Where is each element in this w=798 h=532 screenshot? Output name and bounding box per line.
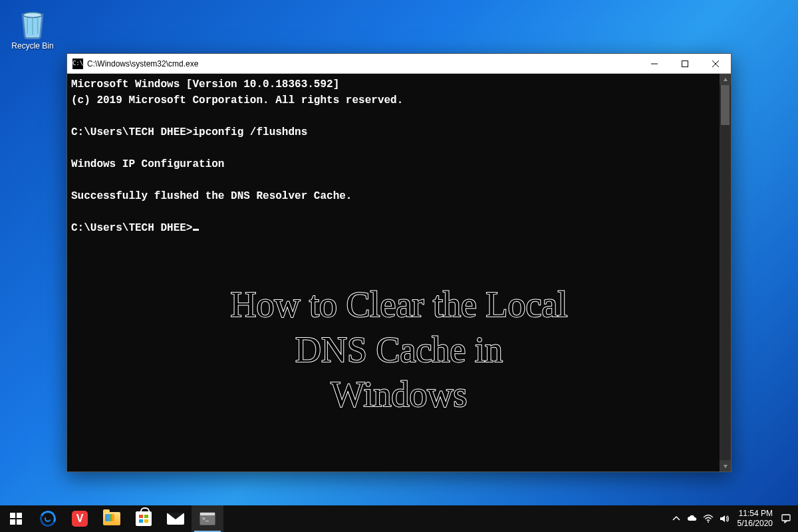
terminal-line: Windows IP Configuration <box>71 158 224 170</box>
clock-date: 5/16/2020 <box>737 519 773 529</box>
window-title: C:\Windows\system32\cmd.exe <box>87 59 198 68</box>
recycle-bin-label: Recycle Bin <box>7 41 59 51</box>
recycle-bin-icon <box>16 7 49 40</box>
svg-point-6 <box>708 521 709 523</box>
store-icon <box>136 511 152 526</box>
cmd-body: Microsoft Windows [Version 10.0.18363.59… <box>67 74 731 471</box>
cloud-icon <box>687 513 698 524</box>
vivaldi-icon <box>72 511 88 527</box>
edge-icon <box>38 509 59 529</box>
desktop-icon-recycle-bin[interactable]: Recycle Bin <box>7 7 59 51</box>
desktop: Recycle Bin C:\Windows\system32\cmd.exe … <box>0 0 798 532</box>
titlebar[interactable]: C:\Windows\system32\cmd.exe <box>67 54 731 74</box>
action-center-button[interactable] <box>778 505 794 532</box>
terminal-line: (c) 2019 Microsoft Corporation. All righ… <box>71 94 403 106</box>
windows-logo-icon <box>10 513 22 525</box>
scroll-down-button[interactable] <box>720 460 731 471</box>
taskbar-app-store[interactable] <box>128 505 160 532</box>
scroll-up-button[interactable] <box>720 74 731 85</box>
taskbar-app-vivaldi[interactable] <box>64 505 96 532</box>
scrollbar[interactable] <box>720 74 731 471</box>
svg-rect-7 <box>782 515 790 521</box>
svg-point-0 <box>23 13 42 18</box>
folder-icon <box>103 512 120 525</box>
tray-volume[interactable] <box>716 505 732 532</box>
system-tray: 11:54 PM 5/16/2020 <box>668 505 798 532</box>
notification-icon <box>781 513 791 524</box>
close-button[interactable] <box>700 54 731 74</box>
scroll-track[interactable] <box>720 85 731 460</box>
tray-overflow-button[interactable] <box>668 505 684 532</box>
chevron-up-icon <box>671 513 682 524</box>
cmd-icon <box>200 512 215 525</box>
terminal-line: Microsoft Windows [Version 10.0.18363.59… <box>71 78 339 90</box>
taskbar-app-edge[interactable] <box>32 505 64 532</box>
scroll-thumb[interactable] <box>721 85 730 125</box>
start-button[interactable] <box>0 505 32 532</box>
terminal-line: C:\Users\TECH DHEE>ipconfig /flushdns <box>71 126 307 138</box>
cmd-window: C:\Windows\system32\cmd.exe Microsoft Wi… <box>66 53 732 472</box>
minimize-button[interactable] <box>639 54 670 74</box>
svg-rect-1 <box>682 61 688 66</box>
terminal-output[interactable]: Microsoft Windows [Version 10.0.18363.59… <box>67 74 720 471</box>
svg-rect-3 <box>17 513 22 518</box>
maximize-button[interactable] <box>670 54 700 74</box>
svg-rect-5 <box>17 519 22 525</box>
terminal-prompt: C:\Users\TECH DHEE> <box>71 222 192 234</box>
tray-onedrive[interactable] <box>684 505 700 532</box>
terminal-line: Successfully flushed the DNS Resolver Ca… <box>71 190 352 202</box>
clock-time: 11:54 PM <box>737 509 773 519</box>
mail-icon <box>167 513 184 525</box>
wifi-icon <box>703 513 714 524</box>
cursor-icon <box>193 229 199 231</box>
svg-rect-2 <box>10 513 15 518</box>
tray-network[interactable] <box>700 505 716 532</box>
taskbar-app-file-explorer[interactable] <box>96 505 128 532</box>
taskbar: 11:54 PM 5/16/2020 <box>0 505 798 532</box>
cmd-titlebar-icon <box>72 59 83 69</box>
taskbar-clock[interactable]: 11:54 PM 5/16/2020 <box>732 509 778 529</box>
svg-rect-4 <box>10 519 15 525</box>
taskbar-app-mail[interactable] <box>160 505 192 532</box>
taskbar-app-cmd[interactable] <box>192 505 223 532</box>
speaker-icon <box>719 513 730 524</box>
